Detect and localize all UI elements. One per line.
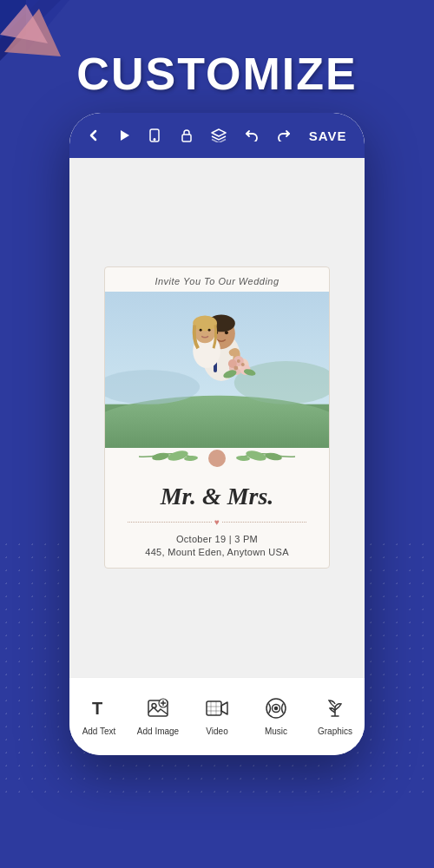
svg-marker-5 — [121, 130, 129, 141]
music-icon — [265, 697, 287, 723]
svg-point-39 — [264, 451, 282, 461]
svg-text:T: T — [92, 699, 102, 718]
lock-button[interactable] — [175, 125, 198, 146]
layers-button[interactable] — [206, 125, 232, 146]
device-button[interactable] — [143, 125, 168, 146]
heart-icon: ♥ — [214, 517, 220, 527]
tab-music-label: Music — [265, 727, 287, 736]
svg-rect-8 — [182, 135, 191, 141]
svg-point-31 — [241, 363, 245, 366]
center-circle — [208, 450, 226, 467]
floral-divider — [105, 441, 329, 476]
svg-rect-45 — [207, 701, 221, 715]
svg-point-35 — [167, 450, 189, 463]
svg-point-23 — [200, 329, 202, 332]
svg-marker-9 — [212, 129, 226, 136]
tab-video[interactable]: Video — [191, 697, 243, 736]
card-header: Invite You To Our Wedding — [155, 267, 279, 292]
play-button[interactable] — [113, 126, 135, 145]
tab-music[interactable]: Music — [250, 697, 302, 736]
tab-graphics[interactable]: Graphics — [309, 697, 361, 736]
svg-point-32 — [237, 359, 240, 363]
graphics-icon — [324, 697, 346, 723]
tab-graphics-label: Graphics — [318, 727, 352, 736]
tab-add-text[interactable]: T Add Text — [73, 697, 125, 736]
back-button[interactable] — [82, 126, 105, 145]
tab-video-label: Video — [206, 727, 227, 736]
svg-point-52 — [275, 707, 278, 710]
svg-point-30 — [233, 366, 238, 371]
redo-button[interactable] — [272, 126, 296, 145]
card-area: Invite You To Our Wedding — [69, 158, 365, 677]
wedding-photo — [105, 292, 329, 448]
tab-add-text-label: Add Text — [82, 727, 116, 736]
tab-bar: T Add Text Add Image — [69, 677, 365, 755]
phone-mockup: SAVE Invite You To Our Wedding — [69, 113, 365, 755]
page-title: CUSTOMIZE — [0, 48, 434, 100]
svg-point-18 — [225, 331, 228, 334]
undo-button[interactable] — [240, 126, 264, 145]
image-icon — [147, 697, 169, 723]
video-icon — [206, 697, 228, 723]
svg-point-36 — [151, 451, 169, 461]
svg-point-22 — [193, 315, 217, 331]
text-icon: T — [88, 697, 110, 723]
card-venue: 445, Mount Eden, Anytown USA — [145, 547, 289, 568]
tab-add-image-label: Add Image — [137, 727, 179, 736]
card-title: Mr. & Mrs. — [161, 476, 274, 516]
card-date: October 19 | 3 PM — [176, 529, 258, 547]
svg-point-38 — [245, 450, 267, 463]
editor-toolbar: SAVE — [69, 113, 365, 158]
save-button[interactable]: SAVE — [304, 125, 352, 147]
svg-point-7 — [154, 139, 155, 141]
wedding-card: Invite You To Our Wedding — [104, 266, 330, 569]
dot-divider: ♥ — [128, 516, 306, 529]
svg-point-24 — [208, 329, 211, 332]
tab-add-image[interactable]: Add Image — [132, 697, 184, 736]
